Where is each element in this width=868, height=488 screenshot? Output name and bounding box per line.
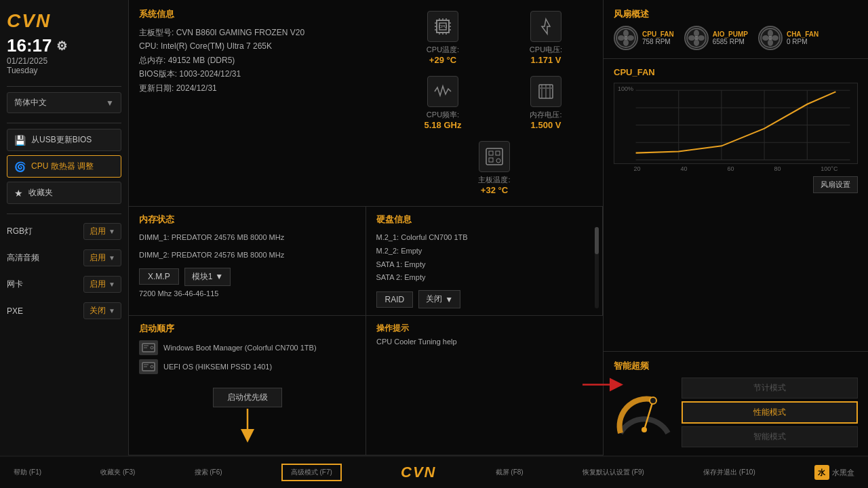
audio-toggle-row: 高清音频 启用 ▼: [7, 246, 121, 270]
mem-icon-box: [530, 76, 561, 107]
fan-chart-area: 100%: [614, 83, 858, 164]
fan-overview-title: 风扇概述: [614, 8, 858, 20]
memory-info: 总内存: 49152 MB (DDR5): [139, 54, 376, 67]
footer: 帮助 (F1) 收藏夹 (F3) 搜索 (F6) 高级模式 (F7) CVN 截…: [0, 455, 868, 488]
svg-rect-23: [496, 151, 500, 155]
board-icon-box: [479, 141, 510, 172]
xmp-button[interactable]: X.M.P: [139, 268, 179, 285]
aio-pump-name: AIO_PUMP: [713, 30, 748, 38]
pxe-select[interactable]: 关闭 ▼: [83, 302, 121, 319]
raid-select[interactable]: 关闭 ▼: [418, 290, 460, 308]
smart-mode-button[interactable]: 智能模式: [682, 426, 858, 447]
usb-icon: 💾: [14, 135, 26, 146]
audio-chevron-icon: ▼: [108, 254, 115, 262]
board-temp-metric: 主板温度: +32 °C: [391, 136, 597, 201]
sidebar-divider-3: [7, 214, 121, 214]
boot-item-1: Windows Boot Manager (Colorful CN700 1TB…: [139, 340, 355, 355]
svg-rect-20: [539, 87, 553, 89]
chart-x-100: 100°C: [821, 165, 837, 172]
network-chevron-icon: ▼: [108, 281, 115, 288]
usb-update-label: 从USB更新BIOS: [31, 134, 92, 146]
cpu-fan-info: CPU_FAN 758 RPM: [642, 30, 674, 45]
performance-mode-button[interactable]: 性能模式: [682, 401, 858, 424]
tips-title: 操作提示: [376, 323, 593, 334]
raid-value: 关闭: [426, 293, 442, 305]
svg-point-40: [623, 30, 629, 37]
fan-chart-svg: [614, 83, 857, 163]
advanced-mode-button[interactable]: 高级模式 (F7): [281, 464, 342, 481]
mem-freq: 7200 Mhz 36-46-46-115: [139, 289, 355, 298]
audio-value: 启用: [90, 252, 106, 264]
cha-fan-name: CHA_FAN: [787, 30, 818, 38]
raid-button[interactable]: RAID: [376, 291, 414, 308]
rgb-chevron-icon: ▼: [108, 228, 115, 235]
oc-modes: 节计模式 性能模式 智能模式: [682, 378, 858, 447]
mem-voltage-value: 1.500 V: [531, 120, 561, 130]
boot-item-2: UEFI OS (HIKSEMI PSSD 1401): [139, 359, 355, 374]
cha-fan-item: CHA_FAN 0 RPM: [758, 26, 818, 50]
save-exit-button[interactable]: 保存并退出 (F10): [703, 468, 755, 477]
clock-day: Tuesday: [7, 66, 121, 75]
network-toggle-row: 网卡 启用 ▼: [7, 272, 121, 296]
motherboard-info: 主板型号: CVN B860I GAMING FROZEN V20: [139, 26, 376, 39]
center-panel: 系统信息 主板型号: CVN B860I GAMING FROZEN V20 C…: [129, 0, 604, 455]
freq-icon-box: [427, 76, 458, 107]
watermark-icon: 水: [814, 465, 829, 480]
svg-text:CPU: CPU: [439, 24, 448, 28]
hdd-icon-1: [139, 340, 158, 355]
network-select[interactable]: 启用 ▼: [83, 276, 121, 293]
xmp-row: X.M.P 模块1 ▼: [139, 268, 355, 286]
tips-text: CPU Cooler Tuning help: [376, 338, 593, 346]
pxe-chevron-icon: ▼: [108, 307, 115, 314]
boot-priority-button[interactable]: 启动优先级: [213, 388, 282, 407]
defaults-button[interactable]: 恢复默认认设置 (F9): [583, 468, 644, 477]
favorites-footer-label: 收藏夹 (F3): [100, 468, 135, 477]
storage-scrollbar[interactable]: [595, 227, 599, 308]
fan-settings-button[interactable]: 风扇设置: [813, 176, 858, 193]
network-value: 启用: [90, 279, 106, 290]
cpu-fan-rpm: 758 RPM: [642, 38, 674, 45]
svg-point-43: [618, 35, 625, 41]
watermark-text: 水黑盒: [832, 468, 854, 478]
language-label: 简体中文: [14, 97, 47, 108]
mem-voltage-metric: 内存电压: 1.500 V: [494, 70, 597, 136]
clock-time: 16:17 ⚙: [7, 35, 121, 56]
system-info-section: 系统信息 主板型号: CVN B860I GAMING FROZEN V20 C…: [129, 0, 603, 207]
pxe-label: PXE: [7, 306, 23, 316]
cpu-voltage-value: 1.171 V: [531, 55, 561, 65]
rgb-select[interactable]: 启用 ▼: [83, 223, 121, 240]
svg-line-65: [644, 401, 653, 430]
sidebar-divider-1: [7, 86, 121, 87]
boot-label-2: UEFI OS (HIKSEMI PSSD 1401): [163, 363, 272, 371]
board-temp-value: +32 °C: [481, 185, 508, 195]
favorites-button[interactable]: ★ 收藏夹: [7, 182, 121, 204]
mem-voltage-label: 内存电压:: [530, 110, 561, 120]
clock-settings-icon[interactable]: ⚙: [56, 39, 67, 54]
audio-select[interactable]: 启用 ▼: [83, 249, 121, 266]
aio-pump-icon: [684, 26, 709, 50]
storage-block: 硬盘信息 M.2_1: Colorful CN700 1TB M.2_2: Em…: [366, 207, 604, 315]
language-selector[interactable]: 简体中文 ▼: [7, 92, 121, 113]
fan-items-row: CPU_FAN 758 RPM: [614, 26, 858, 50]
svg-marker-15: [542, 19, 550, 34]
update-info: 更新日期: 2024/12/31: [139, 81, 376, 95]
screenshot-button[interactable]: 截屏 (F8): [496, 468, 524, 477]
module-select[interactable]: 模块1 ▼: [184, 268, 231, 286]
favorites-footer-button[interactable]: 收藏夹 (F3): [100, 468, 135, 477]
svg-point-66: [642, 427, 647, 432]
help-button[interactable]: 帮助 (F1): [14, 468, 41, 477]
cpu-cooler-button[interactable]: 🌀 CPU 散热器 调整: [7, 155, 121, 178]
voltage-icon-box: [530, 11, 561, 42]
logo-area: CVN: [7, 10, 121, 32]
cpu-temp-label: CPU温度:: [427, 45, 459, 55]
sata1-info: SATA 1: Empty: [376, 258, 593, 272]
boot-label-1: Windows Boot Manager (Colorful CN700 1TB…: [163, 344, 317, 352]
eco-mode-button[interactable]: 节计模式: [682, 378, 858, 399]
svg-point-49: [688, 35, 695, 41]
svg-point-42: [623, 39, 629, 46]
search-button[interactable]: 搜索 (F6): [195, 468, 222, 477]
cpu-freq-label: CPU频率:: [427, 110, 459, 120]
svg-point-41: [627, 35, 634, 41]
svg-rect-24: [489, 158, 493, 162]
usb-update-button[interactable]: 💾 从USB更新BIOS: [7, 129, 121, 151]
